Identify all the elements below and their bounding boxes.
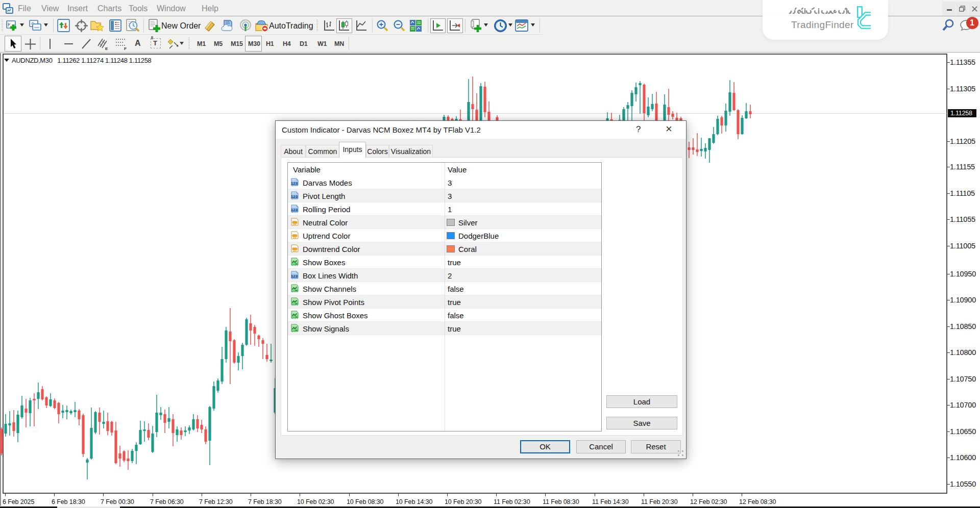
svg-text:123: 123 bbox=[291, 274, 298, 278]
svg-text:123: 123 bbox=[291, 194, 298, 199]
svg-text:123: 123 bbox=[291, 208, 298, 212]
svg-text:123: 123 bbox=[291, 181, 298, 186]
